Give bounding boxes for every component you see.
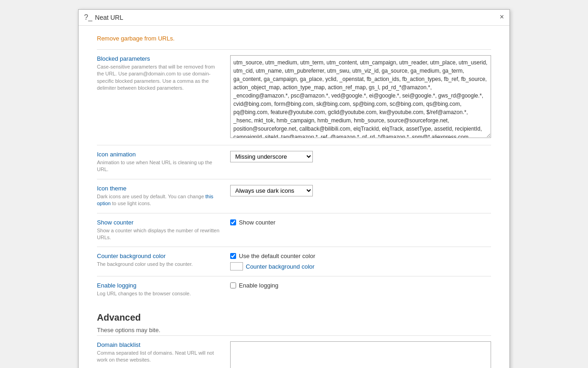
domain-blacklist-row: Domain blacklist Comma separated list of… [97, 335, 491, 368]
enable-logging-control: Enable logging [230, 282, 491, 297]
icon-animation-select[interactable]: Missing underscore None Spin Shake [230, 151, 313, 162]
show-counter-checkbox-row: Show counter [230, 219, 491, 226]
advanced-description: These options may bite. [97, 327, 491, 334]
counter-bg-color-label-area: Counter background color The background … [97, 253, 230, 270]
blocked-params-label: Blocked parameters [97, 55, 221, 62]
show-counter-label-area: Show counter Show a counter which displa… [97, 219, 230, 242]
icon-animation-label: Icon animation [97, 151, 221, 158]
close-button[interactable]: × [500, 13, 504, 21]
enable-logging-row: Enable logging Log URL changes to the br… [97, 276, 491, 303]
icon-theme-label-area: Icon theme Dark icons are used by defaul… [97, 185, 230, 207]
domain-blacklist-label-area: Domain blacklist Comma separated list of… [97, 341, 230, 368]
icon-theme-desc-suffix: to use light icons. [111, 201, 151, 206]
blocked-params-control [230, 55, 491, 139]
title-bar: ?_ Neat URL × [79, 10, 509, 26]
icon-animation-desc: Animation to use when Neat URL is cleani… [97, 159, 221, 173]
counter-bg-color-desc: The background color used by the counter… [97, 261, 221, 268]
enable-logging-label: Enable logging [97, 282, 221, 289]
domain-blacklist-desc: Comma separated list of domains. Neat UR… [97, 350, 221, 364]
domain-blacklist-control [230, 341, 491, 368]
use-default-color-label: Use the default counter color [239, 253, 315, 259]
counter-bg-color-row: Counter background color The background … [97, 247, 491, 276]
show-counter-label: Show counter [97, 219, 221, 226]
color-label: Counter background color [246, 263, 315, 270]
show-counter-checkbox[interactable] [230, 219, 236, 225]
use-default-color-row: Use the default counter color [230, 253, 491, 259]
page-description: Remove garbage from URLs. [97, 35, 491, 42]
domain-blacklist-label: Domain blacklist [97, 341, 221, 348]
icon-theme-row: Icon theme Dark icons are used by defaul… [97, 179, 491, 213]
main-window: ?_ Neat URL × Remove garbage from URLs. … [78, 9, 510, 368]
show-counter-control: Show counter [230, 219, 491, 242]
show-counter-desc: Show a counter which displays the number… [97, 227, 221, 242]
counter-bg-color-control: Use the default counter color Counter ba… [230, 253, 491, 270]
blocked-params-textarea[interactable] [230, 55, 491, 138]
blocked-params-desc: Case-sensitive parameters that will be r… [97, 63, 221, 92]
color-swatch[interactable] [230, 262, 243, 270]
use-default-color-checkbox[interactable] [230, 253, 236, 259]
icon-theme-desc-plain: Dark icons are used by default. You can … [97, 194, 205, 199]
blocked-params-label-area: Blocked parameters Case-sensitive parame… [97, 55, 230, 139]
icon-theme-select[interactable]: Always use dark icons Always use light i… [230, 185, 313, 196]
content-area: Remove garbage from URLs. Blocked parame… [79, 26, 509, 368]
enable-logging-checkbox[interactable] [230, 282, 236, 288]
blocked-params-row: Blocked parameters Case-sensitive parame… [97, 49, 491, 145]
icon-animation-control: Missing underscore None Spin Shake [230, 151, 491, 173]
domain-blacklist-textarea[interactable] [230, 341, 491, 368]
enable-logging-checkbox-label: Enable logging [239, 282, 278, 289]
app-icon: ?_ [84, 13, 92, 22]
icon-animation-row: Icon animation Animation to use when Nea… [97, 145, 491, 179]
icon-theme-label: Icon theme [97, 185, 221, 192]
icon-theme-control: Always use dark icons Always use light i… [230, 185, 491, 207]
enable-logging-label-area: Enable logging Log URL changes to the br… [97, 282, 230, 297]
advanced-section: Advanced These options may bite. Domain … [97, 312, 491, 368]
window-title: Neat URL [95, 14, 123, 21]
show-counter-row: Show counter Show a counter which displa… [97, 213, 491, 247]
enable-logging-desc: Log URL changes to the browser console. [97, 290, 221, 297]
icon-animation-label-area: Icon animation Animation to use when Nea… [97, 151, 230, 173]
counter-bg-color-label: Counter background color [97, 253, 221, 259]
advanced-title: Advanced [97, 312, 491, 323]
enable-logging-checkbox-row: Enable logging [230, 282, 491, 289]
show-counter-checkbox-label: Show counter [239, 219, 276, 226]
icon-theme-desc: Dark icons are used by default. You can … [97, 193, 221, 207]
color-picker-row: Counter background color [230, 262, 491, 270]
